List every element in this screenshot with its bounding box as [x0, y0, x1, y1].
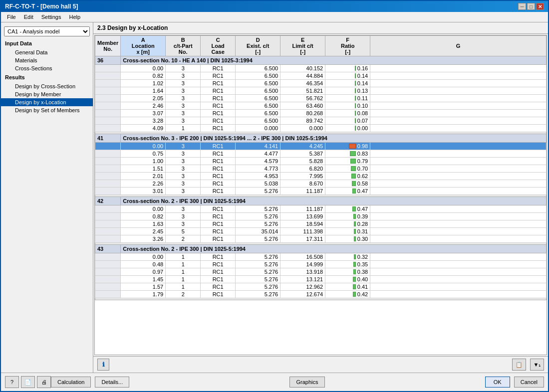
analysis-model-select[interactable]: CA1 - Analysis model — [4, 26, 90, 36]
cell-ct-part: 3 — [166, 117, 201, 125]
table-row[interactable]: 1.02 3 RC1 6.500 46.354 0.14 — [95, 80, 547, 87]
cell-location: 2.05 — [121, 95, 166, 102]
cell-exist-ct: 35.014 — [236, 228, 280, 235]
close-button[interactable]: ✕ — [536, 3, 544, 10]
cell-ct-part: 3 — [166, 220, 201, 228]
cell-exist-ct: 4.773 — [236, 165, 280, 173]
info-button[interactable]: ℹ — [97, 359, 109, 371]
cell-location: 1.63 — [121, 220, 166, 228]
cell-limit-ct: 17.311 — [280, 235, 325, 243]
cell-member-no — [95, 95, 121, 102]
table-row[interactable]: 3.28 3 RC1 6.500 89.742 0.07 — [95, 117, 547, 125]
sidebar-item-design-member[interactable]: Design by Member — [1, 90, 93, 98]
table-row[interactable]: 1.63 3 RC1 5.276 18.594 0.28 — [95, 220, 547, 228]
table-row[interactable]: 0.48 1 RC1 5.276 14.999 0.35 — [95, 261, 547, 268]
menu-file[interactable]: File — [3, 13, 20, 21]
cell-ct-part: 3 — [166, 188, 201, 195]
minimize-button[interactable]: ─ — [518, 3, 526, 10]
table-row[interactable]: 0.82 3 RC1 6.500 44.884 0.14 — [95, 72, 547, 80]
cell-ct-part: 3 — [166, 143, 201, 150]
sidebar-item-cross-sections[interactable]: Cross-Sections — [1, 64, 93, 72]
table-row[interactable]: 0.00 3 RC1 6.500 40.152 0.16 — [95, 65, 547, 72]
table-row[interactable]: 2.45 5 RC1 35.014 111.398 0.31 — [95, 228, 547, 235]
cell-location: 3.01 — [121, 188, 166, 195]
cell-limit-ct: 6.820 — [280, 165, 325, 173]
cell-member-no — [95, 102, 121, 110]
cell-ratio: 0.41 — [325, 283, 370, 291]
table-row[interactable]: 1.45 1 RC1 5.276 13.121 0.40 — [95, 276, 547, 283]
cell-ct-part: 3 — [166, 102, 201, 110]
analysis-model-dropdown[interactable]: CA1 - Analysis model — [4, 26, 90, 36]
cell-load-case: RC1 — [201, 205, 236, 213]
cancel-button[interactable]: Cancel — [514, 377, 544, 388]
cell-ratio: 0.28 — [325, 220, 370, 228]
table-row[interactable]: 3.01 3 RC1 5.276 11.187 0.47 — [95, 188, 547, 195]
table-row[interactable]: 0.97 1 RC1 5.276 13.918 0.38 — [95, 268, 547, 276]
main-window: RF-C-TO-T - [Demo hall 5] ─ □ ✕ File Edi… — [0, 0, 549, 392]
table-row[interactable]: 0.00 1 RC1 5.276 16.508 0.32 — [95, 253, 547, 261]
table-row[interactable]: 2.46 3 RC1 6.500 63.460 0.10 — [95, 102, 547, 110]
sidebar-section-input: Input Data — [1, 38, 93, 48]
table-row[interactable]: 0.75 3 RC1 4.477 5.387 0.83 — [95, 150, 547, 158]
cell-member-no — [95, 125, 121, 132]
data-table-container[interactable]: MemberNo. ALocationx [m] Bc/t-PartNo. CL… — [94, 35, 547, 355]
sidebar-item-materials[interactable]: Materials — [1, 56, 93, 64]
ok-button[interactable]: OK — [485, 377, 510, 388]
sidebar-item-design-cross-section[interactable]: Design by Cross-Section — [1, 82, 93, 90]
table-row[interactable]: 0.00 3 RC1 5.276 11.187 0.47 — [95, 205, 547, 213]
table-row[interactable]: 3.07 3 RC1 6.500 80.268 0.08 — [95, 110, 547, 117]
toolbar-icon-3[interactable]: 🖨 — [37, 376, 51, 388]
cell-load-case: RC1 — [201, 80, 236, 87]
cell-ct-part: 3 — [166, 158, 201, 165]
menu-edit[interactable]: Edit — [20, 13, 37, 21]
filter-button[interactable]: ▼₁ — [530, 359, 544, 371]
cell-exist-ct: 5.276 — [236, 188, 280, 195]
cell-g — [370, 143, 547, 150]
cell-member-no — [95, 80, 121, 87]
cell-member-no — [95, 173, 121, 180]
table-row[interactable]: 1.57 1 RC1 5.276 12.962 0.41 — [95, 283, 547, 291]
table-row[interactable]: 2.01 3 RC1 4.953 7.995 0.62 — [95, 173, 547, 180]
cell-load-case: RC1 — [201, 188, 236, 195]
cell-member-no — [95, 117, 121, 125]
menu-settings[interactable]: Settings — [37, 13, 65, 21]
table-row[interactable]: 1.64 3 RC1 6.500 51.821 0.13 — [95, 87, 547, 95]
cell-ct-part: 2 — [166, 235, 201, 243]
column-header-row: MemberNo. ALocationx [m] Bc/t-PartNo. CL… — [95, 36, 547, 56]
table-row[interactable]: 3.26 2 RC1 5.276 17.311 0.30 — [95, 235, 547, 243]
cell-load-case: RC1 — [201, 235, 236, 243]
sidebar-item-design-x-location[interactable]: Design by x-Location — [1, 98, 93, 106]
left-buttons: ? 📄 🖨 — [5, 376, 51, 388]
cell-member-no — [95, 235, 121, 243]
cell-limit-ct: 63.460 — [280, 102, 325, 110]
table-row[interactable]: 0.00 3 RC1 4.141 4.245 0.98 — [95, 143, 547, 150]
table-row[interactable]: 2.26 3 RC1 5.038 8.670 0.58 — [95, 180, 547, 188]
sidebar-item-general-data[interactable]: General Data — [1, 48, 93, 56]
cell-ratio: 0.39 — [325, 213, 370, 220]
cell-location: 2.26 — [121, 180, 166, 188]
table-row[interactable]: 1.79 2 RC1 5.276 12.674 0.42 — [95, 291, 547, 298]
sidebar-item-design-set-members[interactable]: Design by Set of Members — [1, 106, 93, 114]
toolbar-icon-2[interactable]: 📄 — [21, 376, 35, 388]
export-button[interactable]: 📋 — [512, 359, 526, 371]
table-row[interactable]: 1.51 3 RC1 4.773 6.820 0.70 — [95, 165, 547, 173]
table-row[interactable]: 1.00 3 RC1 4.579 5.828 0.79 — [95, 158, 547, 165]
cell-ct-part: 1 — [166, 283, 201, 291]
details-button[interactable]: Details... — [95, 377, 129, 388]
toolbar-icon-1[interactable]: ? — [5, 376, 19, 388]
cell-ct-part: 1 — [166, 261, 201, 268]
cell-exist-ct: 6.500 — [236, 80, 280, 87]
col-header-c: CLoadCase — [201, 36, 236, 56]
maximize-button[interactable]: □ — [527, 3, 535, 10]
table-row[interactable]: 2.05 3 RC1 6.500 56.762 0.11 — [95, 95, 547, 102]
cell-load-case: RC1 — [201, 228, 236, 235]
table-row[interactable]: 0.82 3 RC1 5.276 13.699 0.39 — [95, 213, 547, 220]
menu-help[interactable]: Help — [65, 13, 84, 21]
calculation-button[interactable]: Calculation — [51, 377, 91, 388]
cell-location: 4.09 — [121, 125, 166, 132]
cell-member-no — [95, 158, 121, 165]
cell-limit-ct: 4.245 — [280, 143, 325, 150]
cell-member-no — [95, 110, 121, 117]
graphics-button[interactable]: Graphics — [289, 377, 324, 388]
table-row[interactable]: 4.09 1 RC1 0.000 0.000 0.00 — [95, 125, 547, 132]
